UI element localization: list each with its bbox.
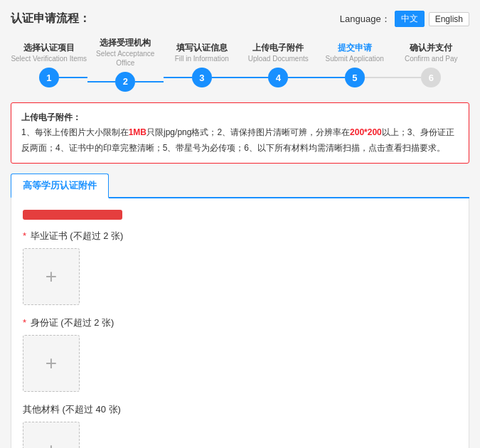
step-1: 选择认证项目 Select Verification Items 1 [11, 38, 87, 87]
idcard-plus-icon: + [46, 353, 57, 373]
idcard-upload-box[interactable]: + [23, 335, 80, 392]
upload-group-idcard: * 身份证 (不超过 2 张) + [23, 316, 457, 392]
lang-en-button[interactable]: English [429, 12, 469, 26]
step-4-left-line [240, 77, 269, 78]
step-4-sub: Upload Documents [248, 54, 309, 63]
diploma-required-marker: * [23, 230, 26, 241]
step-2-main: 选择受理机构 [100, 38, 151, 49]
notice-box: 上传电子附件： 1、每张上传图片大小限制在1MB只限jpg/png格式；2、请保… [11, 102, 469, 164]
diploma-label: * 毕业证书 (不超过 2 张) [23, 230, 457, 242]
step-2-left-line [87, 81, 116, 82]
step-2-sub: Select Acceptance Office [87, 49, 164, 68]
idcard-label: * 身份证 (不超过 2 张) [23, 316, 457, 329]
step-2-right-line [135, 81, 164, 82]
lang-zh-button[interactable]: 中文 [395, 11, 425, 27]
step-3-main: 填写认证信息 [176, 43, 228, 54]
step-3: 填写认证信息 Fill in Information 3 [164, 38, 240, 87]
page-wrapper: 认证申请流程： Language： 中文 English 选择认证项目 Sele… [0, 0, 480, 448]
header: 认证申请流程： Language： 中文 English [11, 11, 469, 27]
step-5-main: 提交申请 [338, 43, 372, 54]
notice-title: 上传电子附件： [21, 112, 81, 122]
step-6-sub: Confirm and Pay [405, 54, 457, 63]
step-3-circle: 3 [192, 68, 212, 87]
step-5: 提交申请 Submit Application 5 [316, 38, 393, 87]
step-1-main: 选择认证项目 [23, 43, 75, 54]
steps-container: 选择认证项目 Select Verification Items 1 选择受理机… [11, 38, 469, 92]
step-4-main: 上传电子附件 [252, 43, 304, 54]
upload-group-other: 其他材料 (不超过 40 张) + [23, 403, 457, 448]
step-5-left-line [316, 77, 345, 78]
tab-bar: 高等学历认证附件 [11, 174, 469, 198]
step-4-right-line [288, 77, 316, 78]
step-2: 选择受理机构 Select Acceptance Office 2 [87, 38, 164, 92]
tab-higher-edu[interactable]: 高等学历认证附件 [11, 174, 109, 198]
step-1-right-line [59, 77, 87, 78]
notice-content: 1、每张上传图片大小限制在1MB只限jpg/png格式；2、请保持图片清晰可辨，… [21, 127, 454, 153]
language-bar: Language： 中文 English [340, 11, 469, 27]
step-3-right-line [212, 77, 240, 78]
idcard-required-marker: * [23, 317, 26, 328]
step-5-sub: Submit Application [326, 54, 384, 63]
other-upload-box[interactable]: + [23, 422, 80, 448]
other-label: 其他材料 (不超过 40 张) [23, 403, 457, 416]
step-6-left-line [393, 77, 422, 78]
language-label: Language： [340, 13, 390, 26]
step-1-circle: 1 [39, 68, 59, 87]
step-6: 确认并支付 Confirm and Pay 6 [393, 38, 470, 87]
step-3-sub: Fill in Information [175, 54, 229, 63]
step-4-circle: 4 [268, 68, 288, 87]
step-1-sub: Select Verification Items [11, 54, 87, 63]
other-plus-icon: + [46, 440, 57, 448]
step-6-circle: 6 [421, 68, 441, 87]
upload-section: * 毕业证书 (不超过 2 张) + * 身份证 (不超过 2 张) + 其他材… [11, 198, 469, 448]
step-4: 上传电子附件 Upload Documents 4 [240, 38, 317, 87]
page-title: 认证申请流程： [11, 11, 90, 26]
step-3-left-line [164, 77, 192, 78]
redacted-name-bar [23, 210, 122, 220]
diploma-plus-icon: + [46, 267, 57, 287]
step-5-right-line [365, 77, 393, 78]
step-6-main: 确认并支付 [410, 43, 452, 54]
step-5-circle: 5 [345, 68, 365, 87]
diploma-upload-box[interactable]: + [23, 248, 80, 305]
upload-group-diploma: * 毕业证书 (不超过 2 张) + [23, 230, 457, 305]
step-2-circle: 2 [115, 72, 135, 92]
